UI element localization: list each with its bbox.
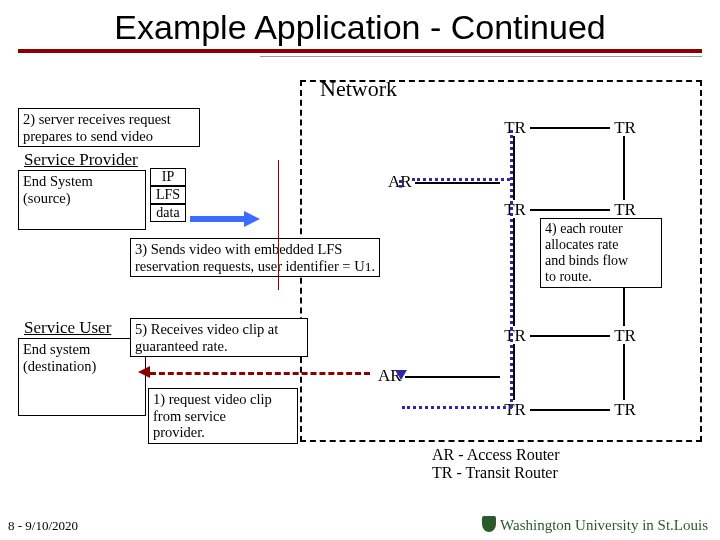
step1-box: 1) request video clip from service provi… [148, 388, 298, 444]
service-provider-label: Service Provider [24, 150, 138, 170]
title-subrule [260, 56, 702, 57]
grid-line [530, 209, 610, 211]
slide-title: Example Application - Continued [0, 0, 720, 49]
route-path [510, 130, 513, 408]
network-label: Network [320, 76, 397, 102]
slide-footer: 8 - 9/10/2020 [8, 518, 78, 534]
route-path [402, 406, 512, 409]
route-path [412, 178, 510, 181]
diagram-stage: Network 2) server receives request prepa… [0, 70, 720, 490]
red-guide-line [278, 160, 279, 290]
request-arrow-icon [150, 372, 370, 375]
tr-r3c2: TR [610, 326, 640, 346]
title-rule [18, 49, 702, 53]
protocol-stack: IP LFS data [150, 168, 186, 222]
stack-lfs: LFS [150, 186, 186, 204]
step3-subscript: 1 [365, 259, 372, 274]
grid-line [405, 376, 500, 378]
step4-box: 4) each router allocates rate and binds … [540, 218, 662, 288]
tr-r4c1: TR [500, 400, 530, 420]
stack-ip: IP [150, 168, 186, 186]
grid-line [530, 335, 610, 337]
grid-line [530, 127, 610, 129]
shield-icon [482, 516, 496, 532]
wustl-text: Washington University in St.Louis [500, 517, 708, 533]
route-path [399, 180, 402, 188]
route-arrowhead-icon [395, 370, 407, 380]
source-end-system-box: End System (source) [18, 170, 146, 230]
grid-line [513, 136, 515, 200]
step3-box: 3) Sends video with embedded LFS reserva… [130, 238, 380, 277]
grid-line [513, 218, 515, 326]
grid-line [530, 409, 610, 411]
send-arrow-icon [190, 212, 260, 226]
tr-r2c1: TR [500, 200, 530, 220]
service-user-label: Service User [24, 318, 111, 338]
wustl-logo: Washington University in St.Louis [482, 516, 708, 534]
dest-end-system-box: End system (destination) [18, 338, 146, 416]
tr-r1c1: TR [500, 118, 530, 138]
step3-text: 3) Sends video with embedded LFS reserva… [135, 241, 365, 274]
legend: AR - Access Router TR - Transit Router [432, 446, 560, 482]
stack-data: data [150, 204, 186, 222]
tr-r3c1: TR [500, 326, 530, 346]
request-arrow-head-icon [138, 366, 150, 378]
grid-line [623, 136, 625, 200]
tr-r4c2: TR [610, 400, 640, 420]
grid-line [513, 344, 515, 400]
grid-line [623, 344, 625, 400]
grid-line [415, 182, 500, 184]
step5-box: 5) Receives video clip at guaranteed rat… [130, 318, 308, 357]
tr-r2c2: TR [610, 200, 640, 220]
tr-r1c2: TR [610, 118, 640, 138]
step2-box: 2) server receives request prepares to s… [18, 108, 200, 147]
